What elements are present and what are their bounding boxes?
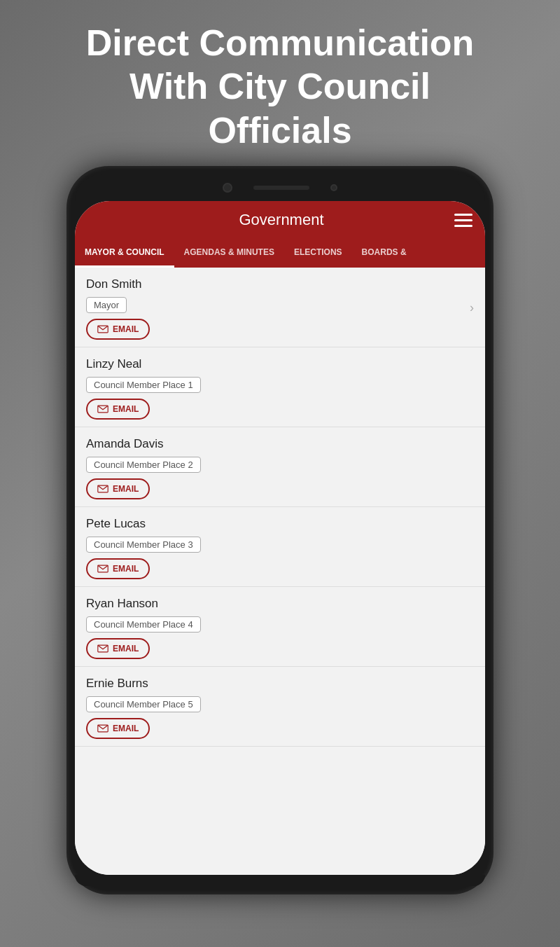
- chevron-right-icon[interactable]: ›: [470, 300, 474, 314]
- email-button[interactable]: EMAIL: [86, 399, 150, 420]
- tab-navigation: MAYOR & COUNCIL AGENDAS & MINUTES ELECTI…: [75, 239, 485, 268]
- tab-boards[interactable]: BOARDS &: [352, 239, 416, 268]
- member-card: Don SmithMayor EMAIL ›: [75, 268, 485, 347]
- email-label: EMAIL: [113, 724, 139, 733]
- member-name: Pete Lucas: [86, 517, 474, 531]
- member-role-badge: Council Member Place 2: [86, 457, 201, 473]
- member-card: Ernie BurnsCouncil Member Place 5 EMAIL: [75, 667, 485, 747]
- email-button[interactable]: EMAIL: [86, 478, 150, 499]
- app-header: Government: [75, 201, 485, 239]
- email-label: EMAIL: [113, 484, 139, 494]
- phone-inner: Government MAYOR & COUNCIL AGENDAS & MIN…: [75, 201, 485, 875]
- email-icon: [97, 405, 108, 413]
- email-icon: [97, 724, 108, 733]
- member-card: Ryan HansonCouncil Member Place 4 EMAIL: [75, 587, 485, 667]
- app-title: Government: [108, 211, 454, 229]
- email-button[interactable]: EMAIL: [86, 319, 150, 340]
- email-icon: [97, 644, 108, 653]
- member-card: Pete LucasCouncil Member Place 3 EMAIL: [75, 507, 485, 587]
- tab-mayor-council[interactable]: MAYOR & COUNCIL: [75, 239, 174, 268]
- hamburger-line-2: [454, 219, 472, 221]
- headline-section: Direct Communication With City Council O…: [44, 0, 517, 166]
- email-label: EMAIL: [113, 404, 139, 414]
- member-card: Amanda DavisCouncil Member Place 2 EMAIL: [75, 427, 485, 507]
- email-label: EMAIL: [113, 324, 139, 334]
- member-name: Don Smith: [86, 277, 474, 291]
- tab-agendas[interactable]: AGENDAS & MINUTES: [174, 239, 284, 268]
- tab-elections[interactable]: ELECTIONS: [284, 239, 352, 268]
- headline-text: Direct Communication: [86, 22, 475, 63]
- email-label: EMAIL: [113, 564, 139, 574]
- headline-text-3: Officials: [208, 110, 351, 151]
- member-name: Ernie Burns: [86, 677, 474, 691]
- hamburger-line-3: [454, 225, 472, 227]
- member-name: Ryan Hanson: [86, 597, 474, 611]
- headline-text-2: With City Council: [130, 66, 430, 106]
- email-button[interactable]: EMAIL: [86, 638, 150, 659]
- member-role-badge: Council Member Place 5: [86, 696, 201, 712]
- member-role-badge: Council Member Place 3: [86, 537, 201, 553]
- email-label: EMAIL: [113, 644, 139, 654]
- phone-top-bar: [75, 174, 485, 201]
- member-name: Amanda Davis: [86, 437, 474, 451]
- content-area: Don SmithMayor EMAIL ›Linzy NealCouncil …: [75, 268, 485, 875]
- email-button[interactable]: EMAIL: [86, 558, 150, 579]
- camera-icon: [223, 183, 232, 193]
- hamburger-line-1: [454, 214, 472, 216]
- member-role-badge: Council Member Place 4: [86, 616, 201, 633]
- email-icon: [97, 325, 108, 333]
- member-name: Linzy Neal: [86, 357, 474, 371]
- email-button[interactable]: EMAIL: [86, 718, 150, 739]
- camera-front-icon: [330, 184, 337, 191]
- phone-wrapper: Government MAYOR & COUNCIL AGENDAS & MIN…: [66, 166, 493, 894]
- member-card: Linzy NealCouncil Member Place 1 EMAIL: [75, 347, 485, 427]
- email-icon: [97, 485, 108, 493]
- member-role-badge: Mayor: [86, 297, 127, 313]
- phone-bottom-bar: [75, 875, 485, 886]
- member-role-badge: Council Member Place 1: [86, 377, 201, 393]
- email-icon: [97, 565, 108, 573]
- hamburger-button[interactable]: [454, 214, 472, 227]
- speaker-icon: [253, 186, 309, 190]
